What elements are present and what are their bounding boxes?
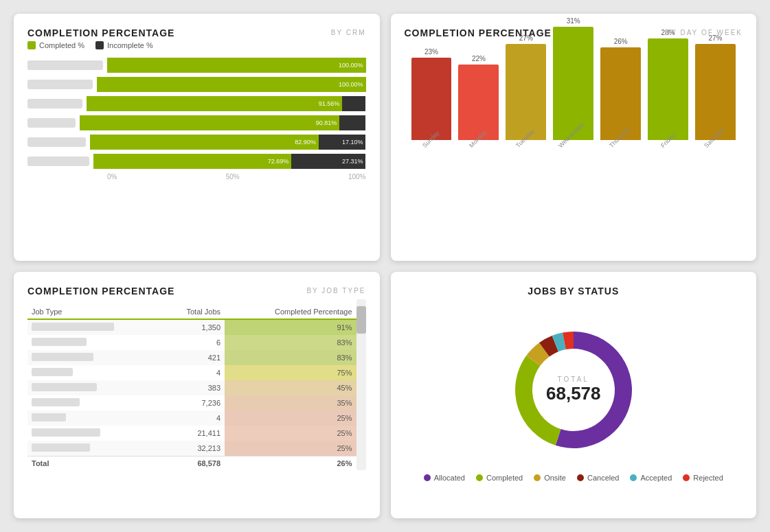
job-jobs-7: 21,411 xyxy=(162,426,225,441)
donut-legend-item-4: Accepted xyxy=(630,474,672,482)
col-totaljobs: Total Jobs xyxy=(162,305,225,319)
crm-bar-container-3: 90.81% xyxy=(80,115,366,130)
crm-dark-bar-4: 17.10% xyxy=(319,135,366,150)
day-bar-1 xyxy=(458,65,499,140)
day-bar-group-4: 26%Thursday xyxy=(600,38,641,151)
job-pct-6: 25% xyxy=(225,410,365,426)
job-jobs-5: 7,236 xyxy=(162,395,225,410)
crm-green-value-4: 82.90% xyxy=(295,139,316,146)
job-total-label: Total xyxy=(27,456,162,470)
col-jobtype: Job Type xyxy=(27,305,162,319)
crm-bars-container: 100.00%100.00%91.56%90.81%82.90%17.10%72… xyxy=(27,58,366,169)
crm-green-bar-1: 100.00% xyxy=(97,77,366,92)
crm-bar-row-5: 72.69%27.31% xyxy=(27,154,366,169)
crm-green-bar-0: 100.00% xyxy=(107,58,366,73)
dashboard: COMPLETION PERCENTAGE BY CRM Completed %… xyxy=(0,0,770,532)
day-bar-group-0: 23%Sunday xyxy=(411,48,452,151)
donut-container: TOTAL 68,578 AllocatedCompletedOnsiteCan… xyxy=(405,299,743,498)
card4-title: JOBS BY STATUS xyxy=(405,286,743,297)
donut-legend-dot-3 xyxy=(577,474,584,481)
crm-bar-row-1: 100.00% xyxy=(27,77,366,92)
day-bar-5 xyxy=(648,38,688,140)
crm-bar-label-1 xyxy=(27,80,93,89)
crm-green-value-3: 90.81% xyxy=(316,119,337,126)
donut-legend-dot-0 xyxy=(424,474,431,481)
job-table-row-1: 683% xyxy=(27,335,366,350)
col-completedpct: Completed Percentage xyxy=(225,305,365,319)
day-bar-0 xyxy=(411,58,452,140)
crm-bar-label-3 xyxy=(27,118,76,128)
job-jobs-0: 1,350 xyxy=(162,319,225,335)
card-jobs-status: JOBS BY STATUS TOTAL 68,578 AllocatedCom… xyxy=(391,272,757,519)
card2-subtitle: BY DAY OF WEEK xyxy=(666,29,743,36)
crm-bar-label-4 xyxy=(27,137,86,147)
crm-bar-row-0: 100.00% xyxy=(27,58,366,73)
donut-legend: AllocatedCompletedOnsiteCanceledAccepted… xyxy=(424,474,723,482)
donut-legend-label-5: Rejected xyxy=(693,474,723,482)
job-label-7 xyxy=(27,426,162,441)
crm-green-value-2: 91.56% xyxy=(319,100,340,107)
card1-subtitle: BY CRM xyxy=(331,29,366,36)
crm-bar-container-0: 100.00% xyxy=(107,58,366,73)
job-table-body: 1,35091%683%42183%475%38345%7,23635%425%… xyxy=(27,319,366,470)
day-bar-4 xyxy=(600,47,641,140)
crm-bar-row-2: 91.56% xyxy=(27,96,366,111)
job-table-row-7: 21,41125% xyxy=(27,426,366,441)
job-label-1 xyxy=(27,335,162,350)
job-pct-0: 91% xyxy=(225,319,365,335)
donut-legend-label-3: Canceled xyxy=(587,474,619,482)
job-jobs-4: 383 xyxy=(162,380,225,395)
crm-green-bar-4: 82.90% xyxy=(90,135,319,150)
crm-bar-label-2 xyxy=(27,99,82,108)
crm-bar-label-0 xyxy=(27,60,103,70)
donut-legend-dot-4 xyxy=(630,474,637,481)
donut-legend-label-4: Accepted xyxy=(640,474,672,482)
card-completion-crm: COMPLETION PERCENTAGE BY CRM Completed %… xyxy=(14,14,380,261)
crm-bar-row-3: 90.81% xyxy=(27,115,366,130)
job-table-row-6: 425% xyxy=(27,410,366,426)
job-pct-7: 25% xyxy=(225,426,365,441)
crm-bar-row-4: 82.90%17.10% xyxy=(27,135,366,150)
axis-100: 100% xyxy=(348,173,366,181)
job-label-8 xyxy=(27,441,162,456)
day-bar-6 xyxy=(695,44,736,140)
crm-bar-container-5: 72.69%27.31% xyxy=(93,154,366,169)
card1-title: COMPLETION PERCENTAGE xyxy=(27,27,366,38)
donut-total-label: TOTAL xyxy=(546,375,601,383)
job-table-row-2: 42183% xyxy=(27,350,366,365)
legend-item-completed: Completed % xyxy=(27,41,84,49)
donut-legend-item-2: Onsite xyxy=(534,474,566,482)
donut-total-value: 68,578 xyxy=(546,383,601,404)
crm-green-bar-2: 91.56% xyxy=(87,96,342,111)
day-bar-group-5: 28%Friday xyxy=(648,29,688,151)
crm-dark-value-4: 17.10% xyxy=(342,139,363,146)
job-label-3 xyxy=(27,365,162,380)
job-label-6 xyxy=(27,410,162,426)
crm-green-bar-5: 72.69% xyxy=(93,154,291,169)
donut-center: TOTAL 68,578 xyxy=(546,375,601,404)
donut-legend-label-0: Allocated xyxy=(434,474,465,482)
job-table-total-row: Total68,57826% xyxy=(27,456,366,470)
job-jobs-2: 421 xyxy=(162,350,225,365)
day-bar-group-6: 27%Saturday xyxy=(695,34,736,151)
crm-bar-container-2: 91.56% xyxy=(87,96,366,111)
crm-green-bar-3: 90.81% xyxy=(80,115,339,130)
donut-legend-item-0: Allocated xyxy=(424,474,465,482)
bar-axis: 0% 50% 100% xyxy=(107,173,366,181)
donut-legend-item-5: Rejected xyxy=(683,474,723,482)
donut-legend-dot-5 xyxy=(683,474,690,481)
crm-green-value-5: 72.69% xyxy=(268,158,289,165)
card1-legend: Completed % Incomplete % xyxy=(27,41,366,49)
day-pct-0: 23% xyxy=(424,48,438,56)
donut-legend-item-3: Canceled xyxy=(577,474,619,482)
job-total-jobs: 68,578 xyxy=(162,456,225,470)
bar-chart-crm: 100.00%100.00%91.56%90.81%82.90%17.10%72… xyxy=(27,58,366,194)
crm-dark-bar-2 xyxy=(342,96,365,111)
day-bar-group-2: 27%Tuesday xyxy=(506,34,546,151)
donut-legend-label-1: Completed xyxy=(486,474,523,482)
job-table-row-5: 7,23635% xyxy=(27,395,366,410)
job-label-0 xyxy=(27,319,162,335)
crm-dark-bar-5: 27.31% xyxy=(291,154,365,169)
crm-bar-label-5 xyxy=(27,157,89,166)
job-pct-5: 35% xyxy=(225,395,365,410)
